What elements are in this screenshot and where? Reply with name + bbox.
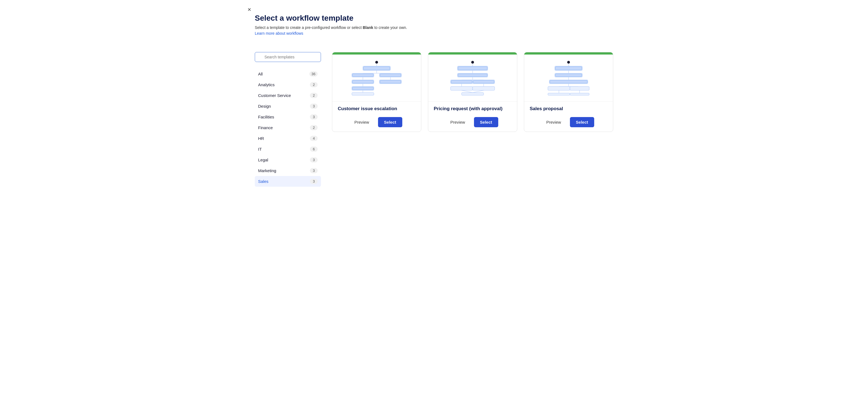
card-preview-area bbox=[524, 55, 613, 101]
category-count: 3 bbox=[310, 104, 318, 109]
svg-line-41 bbox=[473, 90, 484, 93]
category-label: Design bbox=[258, 104, 271, 108]
svg-rect-60 bbox=[548, 93, 570, 95]
svg-rect-52 bbox=[550, 80, 587, 83]
category-label: HR bbox=[258, 136, 264, 141]
category-item-sales[interactable]: Sales 3 bbox=[255, 176, 321, 187]
category-item-facilities[interactable]: Facilities 3 bbox=[255, 111, 321, 122]
category-label: Sales bbox=[258, 179, 269, 184]
card-top-bar bbox=[524, 52, 613, 55]
select-button[interactable]: Select bbox=[570, 117, 594, 127]
category-label: Analytics bbox=[258, 82, 275, 87]
search-input[interactable] bbox=[255, 52, 321, 62]
svg-rect-19 bbox=[352, 87, 373, 90]
svg-rect-21 bbox=[352, 93, 374, 95]
svg-rect-57 bbox=[570, 87, 589, 90]
svg-rect-28 bbox=[458, 74, 487, 76]
category-count: 36 bbox=[309, 71, 318, 76]
category-count: 2 bbox=[310, 125, 318, 130]
category-item-analytics[interactable]: Analytics 2 bbox=[255, 79, 321, 90]
template-card-pricing-request-approval: Pricing request (with approval) Preview … bbox=[428, 52, 517, 132]
svg-rect-38 bbox=[451, 87, 473, 90]
category-count: 4 bbox=[310, 136, 318, 141]
category-item-it[interactable]: IT 6 bbox=[255, 144, 321, 154]
svg-rect-49 bbox=[555, 74, 582, 76]
category-count: 3 bbox=[310, 114, 318, 119]
svg-rect-14 bbox=[352, 80, 373, 83]
svg-rect-33 bbox=[451, 80, 472, 83]
svg-rect-56 bbox=[548, 87, 570, 90]
templates-grid: Customer issue escalation Preview Select bbox=[332, 52, 613, 187]
category-list: All 36 Analytics 2 Customer Service 2 De… bbox=[255, 69, 321, 187]
subtitle: Select a template to create a pre-config… bbox=[255, 25, 613, 30]
card-title: Sales proposal bbox=[530, 106, 608, 111]
category-item-hr[interactable]: HR 4 bbox=[255, 133, 321, 144]
category-label: Facilities bbox=[258, 114, 274, 119]
card-preview-area bbox=[332, 55, 421, 101]
category-count: 3 bbox=[310, 157, 318, 163]
card-actions: Preview Select bbox=[338, 117, 415, 127]
card-actions: Preview Select bbox=[434, 117, 512, 127]
modal-container: × Select a workflow template Select a te… bbox=[241, 0, 627, 198]
page-title: Select a workflow template bbox=[255, 14, 613, 23]
svg-rect-35 bbox=[473, 80, 494, 83]
category-label: Legal bbox=[258, 158, 268, 162]
svg-point-0 bbox=[375, 61, 378, 64]
svg-point-43 bbox=[567, 61, 570, 64]
category-item-design[interactable]: Design 3 bbox=[255, 101, 321, 111]
category-item-marketing[interactable]: Marketing 3 bbox=[255, 165, 321, 176]
card-top-bar bbox=[428, 52, 517, 55]
card-title: Pricing request (with approval) bbox=[434, 106, 512, 111]
svg-line-40 bbox=[462, 90, 473, 93]
card-body: Customer issue escalation Preview Select bbox=[332, 101, 421, 132]
card-preview-area bbox=[428, 55, 517, 101]
card-body: Pricing request (with approval) Preview … bbox=[428, 101, 517, 132]
card-top-bar bbox=[332, 52, 421, 55]
select-button[interactable]: Select bbox=[378, 117, 402, 127]
category-item-all[interactable]: All 36 bbox=[255, 69, 321, 79]
category-count: 3 bbox=[310, 179, 318, 184]
svg-rect-16 bbox=[380, 80, 401, 83]
category-item-legal[interactable]: Legal 3 bbox=[255, 154, 321, 165]
template-card-customer-issue-escalation: Customer issue escalation Preview Select bbox=[332, 52, 421, 132]
category-count: 6 bbox=[310, 146, 318, 152]
preview-button[interactable]: Preview bbox=[351, 117, 372, 127]
svg-point-22 bbox=[471, 61, 474, 64]
svg-rect-8 bbox=[352, 74, 373, 76]
category-item-customer-service[interactable]: Customer Service 2 bbox=[255, 90, 321, 101]
sidebar: 🔍 All 36 Analytics 2 Customer Service 2 … bbox=[255, 52, 321, 187]
template-card-sales-proposal: Sales proposal Preview Select bbox=[524, 52, 613, 132]
svg-rect-25 bbox=[458, 67, 487, 70]
preview-button[interactable]: Preview bbox=[543, 117, 564, 127]
category-label: All bbox=[258, 72, 263, 76]
category-item-finance[interactable]: Finance 2 bbox=[255, 122, 321, 133]
preview-button[interactable]: Preview bbox=[447, 117, 468, 127]
card-body: Sales proposal Preview Select bbox=[524, 101, 613, 132]
card-actions: Preview Select bbox=[530, 117, 608, 127]
svg-rect-39 bbox=[473, 87, 495, 90]
close-button[interactable]: × bbox=[247, 5, 252, 14]
workflow-diagram-1 bbox=[338, 60, 415, 96]
category-label: Customer Service bbox=[258, 93, 291, 98]
workflow-diagram-3 bbox=[530, 60, 608, 96]
category-count: 3 bbox=[310, 168, 318, 173]
category-count: 2 bbox=[310, 82, 318, 87]
learn-more-link[interactable]: Learn more about workflows bbox=[255, 31, 303, 36]
svg-rect-10 bbox=[380, 74, 401, 76]
card-title: Customer issue escalation bbox=[338, 106, 415, 111]
category-label: Finance bbox=[258, 125, 273, 130]
workflow-diagram-2 bbox=[434, 60, 512, 96]
search-wrapper: 🔍 bbox=[255, 52, 321, 62]
svg-rect-3 bbox=[364, 67, 390, 70]
category-label: IT bbox=[258, 147, 262, 151]
svg-rect-46 bbox=[555, 67, 582, 70]
category-label: Marketing bbox=[258, 168, 276, 173]
select-button[interactable]: Select bbox=[474, 117, 498, 127]
svg-rect-61 bbox=[570, 93, 589, 95]
category-count: 2 bbox=[310, 93, 318, 98]
content-area: 🔍 All 36 Analytics 2 Customer Service 2 … bbox=[255, 52, 613, 187]
svg-rect-42 bbox=[462, 93, 484, 95]
